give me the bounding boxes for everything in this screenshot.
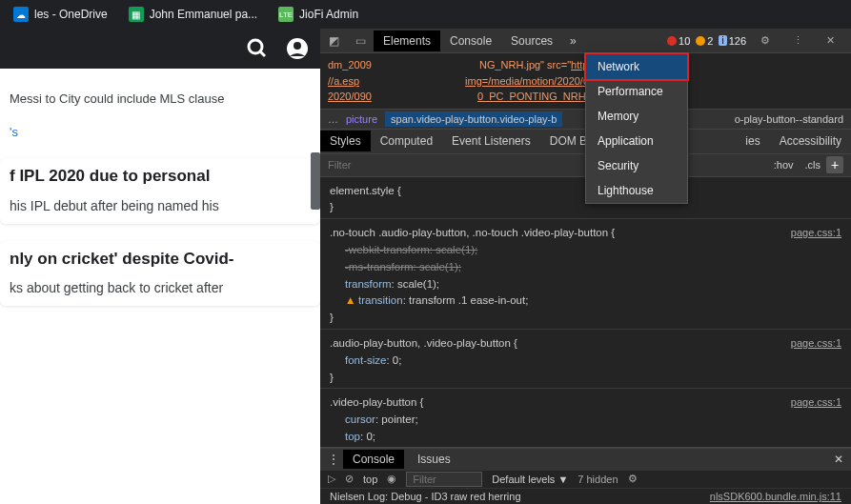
article-subtitle: ks about getting back to cricket after	[10, 279, 311, 298]
drawer-tab-issues[interactable]: Issues	[408, 450, 460, 469]
tab-label: John Emmanuel pa...	[150, 8, 257, 21]
tabs-overflow-menu: Network Performance Memory Application S…	[585, 53, 688, 204]
drawer-tab-strip: ⋮ Console Issues ✕	[320, 449, 851, 471]
article-snippet: Messi to City could include MLS clause	[0, 69, 320, 115]
search-icon[interactable]	[246, 37, 269, 60]
console-toolbar: ▷ ⊘ top ◉ Default levels ▼ 7 hidden ⚙	[320, 471, 851, 489]
gear-icon[interactable]: ⚙	[628, 473, 638, 485]
menu-item-performance[interactable]: Performance	[586, 79, 687, 104]
onedrive-icon: ☁	[13, 7, 29, 22]
tab-sources[interactable]: Sources	[501, 30, 562, 51]
source-link[interactable]: page.css:1	[791, 394, 841, 411]
console-log-line[interactable]: Nielsen Log: Debug - ID3 raw red herring…	[320, 489, 851, 504]
warning-icon: ▲	[345, 292, 358, 310]
svg-line-1	[260, 51, 265, 56]
source-link[interactable]: page.css:1	[791, 335, 841, 352]
tab-jiofi[interactable]: LTE JioFi Admin	[269, 3, 368, 26]
cls-toggle[interactable]: .cls	[800, 159, 827, 171]
scrollbar-thumb[interactable]	[311, 152, 320, 210]
close-icon[interactable]: ✕	[817, 34, 843, 47]
log-source-link[interactable]: nlsSDK600.bundle.min.js:11	[710, 491, 841, 502]
styles-rules[interactable]: element.style { } page.css:1 .no-touch .…	[320, 177, 851, 448]
tab-onedrive[interactable]: ☁ les - OneDrive	[4, 3, 117, 26]
play-icon[interactable]: ▷	[328, 473, 335, 485]
menu-item-lighthouse[interactable]: Lighthouse	[586, 178, 687, 203]
account-icon[interactable]	[286, 37, 309, 60]
rule-audio-video[interactable]: page.css:1 .audio-play-button, .video-pl…	[320, 333, 851, 389]
article-title: nly on cricket' despite Covid-	[10, 249, 311, 271]
tab-label: les - OneDrive	[34, 8, 108, 21]
tab-sheets[interactable]: ▦ John Emmanuel pa...	[119, 3, 267, 26]
subtab-event-listeners[interactable]: Event Listeners	[442, 131, 540, 151]
context-select[interactable]: top	[363, 474, 377, 485]
article-title: f IPL 2020 due to personal	[10, 166, 311, 188]
clear-icon[interactable]: ⊘	[345, 473, 354, 485]
devtools-drawer: ⋮ Console Issues ✕ ▷ ⊘ top ◉ Default lev…	[320, 447, 851, 504]
tab-elements[interactable]: Elements	[374, 30, 440, 51]
styles-filter-input[interactable]	[328, 159, 768, 171]
subtab-properties[interactable]: ies	[736, 131, 769, 151]
eye-icon[interactable]: ◉	[387, 473, 396, 485]
bc-rest[interactable]: o-play-button--standard	[735, 113, 843, 125]
devtools-main-tabs: Elements Console Sources »	[374, 30, 659, 51]
drawer-kebab-icon[interactable]: ⋮	[328, 453, 339, 466]
devtools-header: ◩ ▭ Elements Console Sources » 10 2 i126…	[320, 29, 851, 53]
source-link[interactable]: page.css:1	[791, 225, 841, 241]
breadcrumb-ellipsis[interactable]: …	[328, 113, 338, 125]
bc-span[interactable]: span.video-play-button.video-play-b	[385, 111, 562, 127]
rule-video-play[interactable]: page.css:1 .video-play-button { cursor: …	[320, 393, 851, 447]
drawer-tab-console[interactable]: Console	[343, 450, 404, 469]
console-filter-input[interactable]	[406, 472, 482, 487]
svg-point-0	[249, 40, 262, 53]
hidden-count[interactable]: 7 hidden	[577, 474, 618, 485]
menu-item-memory[interactable]: Memory	[586, 104, 687, 129]
article-subtitle: his IPL debut after being named his	[10, 197, 311, 216]
svg-point-3	[294, 42, 301, 50]
error-badge[interactable]: 10	[667, 35, 690, 47]
device-icon[interactable]: ▭	[347, 34, 374, 48]
menu-item-security[interactable]: Security	[586, 153, 687, 178]
inspect-icon[interactable]: ◩	[320, 34, 347, 48]
article-card-1[interactable]: f IPL 2020 due to personal his IPL debut…	[0, 158, 320, 224]
gear-icon[interactable]: ⚙	[752, 34, 779, 47]
article-card-2[interactable]: nly on cricket' despite Covid- ks about …	[0, 241, 320, 307]
menu-item-application[interactable]: Application	[586, 129, 687, 153]
subtab-accessibility[interactable]: Accessibility	[770, 131, 851, 151]
hov-toggle[interactable]: :hov	[768, 159, 800, 171]
page-top-bar	[0, 29, 320, 69]
info-badge[interactable]: i126	[719, 35, 746, 47]
log-message: Nielsen Log: Debug - ID3 raw red herring	[330, 491, 521, 502]
sheets-icon: ▦	[129, 7, 144, 22]
status-badges: 10 2 i126 ⚙ ⋮ ✕	[659, 34, 851, 47]
levels-select[interactable]: Default levels ▼	[492, 474, 568, 485]
warning-badge[interactable]: 2	[696, 35, 713, 47]
link-fragment[interactable]: 's	[0, 115, 320, 149]
browser-tab-strip: ☁ les - OneDrive ▦ John Emmanuel pa... L…	[0, 0, 851, 29]
bc-picture[interactable]: picture	[346, 113, 377, 125]
drawer-close-icon[interactable]: ✕	[834, 453, 843, 466]
new-style-button[interactable]: +	[826, 156, 843, 173]
lte-icon: LTE	[278, 7, 294, 22]
tabs-overflow-button[interactable]: »	[562, 30, 584, 51]
tab-label: JioFi Admin	[299, 8, 358, 21]
kebab-icon[interactable]: ⋮	[784, 34, 811, 47]
subtab-computed[interactable]: Computed	[371, 131, 442, 151]
webpage-content: Messi to City could include MLS clause '…	[0, 29, 320, 504]
menu-item-network[interactable]: Network	[584, 52, 689, 81]
tab-console[interactable]: Console	[440, 30, 501, 51]
rule-notouch[interactable]: page.css:1 .no-touch .audio-play-button,…	[320, 223, 851, 330]
subtab-styles[interactable]: Styles	[320, 131, 371, 151]
